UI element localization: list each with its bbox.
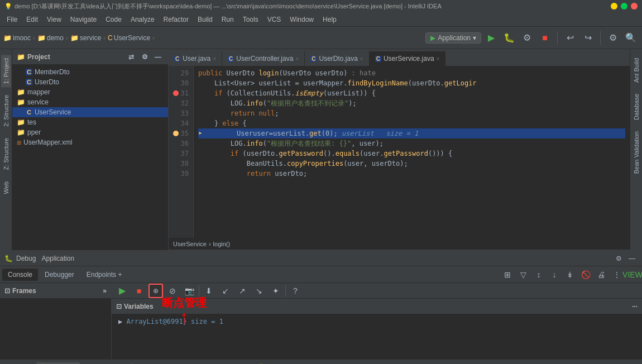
- code-line-38: BeanUtils.copyProperties(user, userDto);: [198, 159, 625, 169]
- menu-run[interactable]: Run: [217, 15, 238, 25]
- debug-eval-btn[interactable]: ✦: [269, 284, 283, 298]
- breakpoint-icon: ⊕: [153, 287, 159, 295]
- variable-item: ▶ ArrayList@6991} size = 1: [114, 317, 640, 327]
- breakpoint-31[interactable]: [173, 90, 179, 96]
- debug-sep2: [285, 285, 286, 296]
- coverage-button[interactable]: ⚙: [519, 30, 535, 46]
- debug-scroll-btn[interactable]: ↓: [547, 267, 562, 282]
- frames-expand-btn[interactable]: »: [103, 287, 107, 295]
- debug-tab-debugger[interactable]: Debugger: [39, 269, 80, 281]
- main-toolbar: 📁 imooc › 📁 demo › 📁 service › C UserSer…: [0, 27, 642, 49]
- debug-out-btn[interactable]: ↗: [235, 284, 250, 298]
- sidebar-item-ant[interactable]: Ant Build: [631, 55, 641, 86]
- panel-settings-btn[interactable]: ⚙: [139, 51, 150, 63]
- project-icon: 📁: [17, 53, 25, 61]
- sidebar-item-web[interactable]: Web: [1, 178, 11, 197]
- debug-help-btn[interactable]: ?: [288, 284, 303, 298]
- panel-hide-btn[interactable]: —: [152, 51, 164, 63]
- tab-usercontroller-java[interactable]: C UserController.java ×: [222, 51, 305, 66]
- debug-filter-btn[interactable]: ▽: [516, 267, 530, 282]
- tab-label3: UserDto.java: [319, 55, 357, 63]
- debug-restore-btn[interactable]: ⊞: [500, 267, 515, 282]
- tree-item-mapper[interactable]: 📁 mapper: [12, 87, 168, 97]
- debug-tab-endpoints[interactable]: Endpoints +: [81, 269, 128, 281]
- tree-item-tes[interactable]: 📁 tes: [12, 117, 168, 127]
- debug-print-btn[interactable]: 🖨: [594, 267, 609, 282]
- debug-into-btn[interactable]: ↙: [218, 284, 233, 298]
- tree-item-usermapper[interactable]: ⊞ UserMapper.xml: [12, 137, 168, 147]
- debug-sep: [199, 285, 199, 296]
- sidebar-item-structure[interactable]: 2: Structure: [1, 92, 11, 130]
- sidebar-item-project[interactable]: 1: Project: [1, 55, 11, 87]
- menu-vcs[interactable]: VCS: [263, 15, 286, 25]
- tab-close2[interactable]: ×: [295, 56, 299, 62]
- debug-button[interactable]: 🐛: [501, 30, 517, 46]
- menu-analyze[interactable]: Analyze: [126, 15, 159, 25]
- debug-tab-tools: ⊞ ▽ ↕ ↓ ↡ 🚫 🖨 ⋮ VIEW: [500, 267, 640, 282]
- debug-resume-btn[interactable]: ▶: [115, 284, 130, 298]
- breakpoint-35[interactable]: [173, 131, 179, 136]
- menu-bar: File Edit View Navigate Code Analyze Ref…: [0, 12, 642, 27]
- undo-button[interactable]: ↩: [562, 30, 578, 46]
- debug-over-btn[interactable]: ⬇: [202, 284, 216, 298]
- debug-view-btn[interactable]: VIEW: [625, 267, 640, 282]
- menu-navigate[interactable]: Navigate: [66, 15, 101, 25]
- debug-clear-btn[interactable]: 🚫: [578, 267, 593, 282]
- code-content[interactable]: public UserDto login(UserDto userDto) : …: [194, 66, 630, 238]
- minimize-button[interactable]: [611, 3, 617, 9]
- menu-view[interactable]: View: [42, 15, 66, 25]
- debug-settings-btn[interactable]: ⚙: [613, 253, 624, 264]
- menu-refactor[interactable]: Refactor: [159, 15, 193, 25]
- tree-item-memberdto[interactable]: C MemberDto: [12, 67, 168, 77]
- tab-close4[interactable]: ×: [437, 56, 440, 62]
- menu-file[interactable]: File: [2, 15, 22, 25]
- bc-userservice[interactable]: UserService: [114, 34, 150, 42]
- debug-run-cursor-btn[interactable]: ↘: [252, 284, 266, 298]
- close-button[interactable]: [631, 3, 638, 9]
- menu-build[interactable]: Build: [193, 15, 217, 25]
- bc-service[interactable]: service: [80, 34, 101, 42]
- debug-stop-red-btn[interactable]: ■: [132, 284, 146, 298]
- bc-imooc[interactable]: imooc: [13, 34, 31, 42]
- menu-help[interactable]: Help: [318, 15, 341, 25]
- tab-user-java[interactable]: C User.java ×: [169, 51, 222, 66]
- settings-button[interactable]: ⚙: [605, 30, 621, 46]
- window-controls[interactable]: [611, 3, 638, 9]
- bc-folder2-icon: 📁: [37, 34, 46, 42]
- maximize-button[interactable]: [621, 3, 627, 9]
- run-button[interactable]: ▶: [483, 30, 499, 46]
- redo-button[interactable]: ↪: [580, 30, 596, 46]
- tree-item-label6: tes: [27, 118, 36, 126]
- tree-item-pper[interactable]: 📁 pper: [12, 127, 168, 137]
- tab-userdto-java[interactable]: C UserDto.java ×: [305, 51, 369, 66]
- search-button[interactable]: 🔍: [623, 30, 639, 46]
- tree-item-userdto[interactable]: C UserDto: [12, 77, 168, 87]
- run-config-selector[interactable]: ▶ Application ▾: [425, 32, 481, 44]
- code-line-33: return null;: [198, 108, 625, 118]
- debug-breakpoints-btn[interactable]: ⊕: [148, 284, 163, 298]
- debug-sort-btn[interactable]: ↕: [531, 267, 546, 282]
- line-35: 35: [169, 128, 193, 138]
- tab-close3[interactable]: ×: [360, 56, 363, 62]
- menu-edit[interactable]: Edit: [22, 15, 42, 25]
- debug-mute-btn[interactable]: ⊘: [165, 284, 180, 298]
- variables-more-btn[interactable]: ···: [632, 303, 638, 310]
- menu-tools[interactable]: Tools: [238, 15, 263, 25]
- sidebar-item-zstructure[interactable]: Z: Structure: [1, 135, 11, 173]
- debug-tab-console[interactable]: Console: [2, 269, 38, 281]
- debug-end-btn[interactable]: ↡: [563, 267, 577, 282]
- menu-window[interactable]: Window: [285, 15, 318, 25]
- tree-item-service[interactable]: 📁 service: [12, 97, 168, 107]
- sidebar-item-bean[interactable]: Bean Validation: [631, 128, 641, 177]
- sidebar-item-database[interactable]: Database: [631, 90, 641, 123]
- panel-sync-btn[interactable]: ⇄: [126, 51, 137, 63]
- menu-code[interactable]: Code: [101, 15, 126, 25]
- debug-hide-btn[interactable]: —: [626, 253, 638, 264]
- tab-userservice-java[interactable]: C UserService.java ×: [370, 51, 446, 66]
- stop-button[interactable]: ■: [537, 30, 553, 46]
- debug-camera-btn[interactable]: 📷: [182, 284, 197, 298]
- debug-more-btn[interactable]: ⋮: [610, 267, 624, 282]
- bc-demo[interactable]: demo: [47, 34, 64, 42]
- tree-item-userservice[interactable]: C UserService: [12, 107, 168, 117]
- tab-close[interactable]: ×: [213, 56, 216, 62]
